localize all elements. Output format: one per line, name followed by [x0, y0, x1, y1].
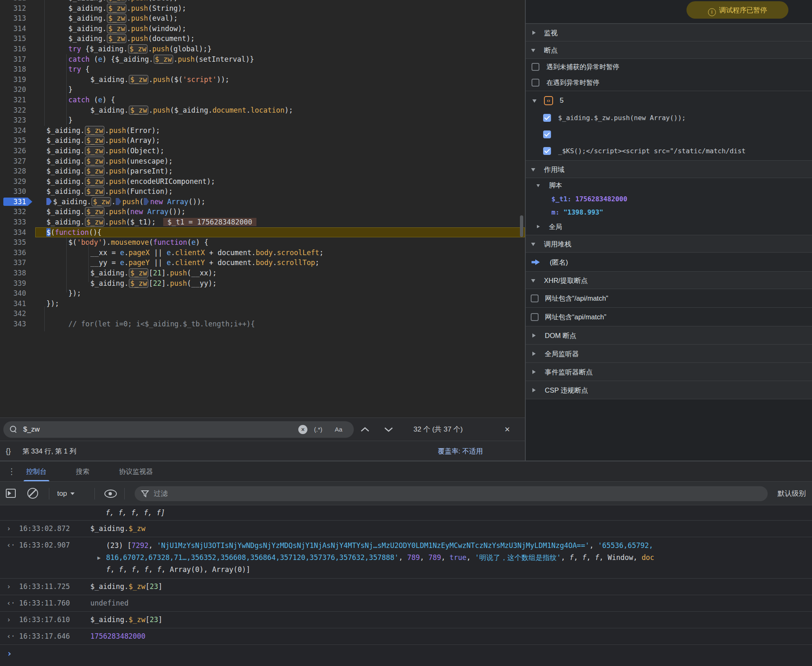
scope-variable[interactable]: m: "1398.993"	[526, 206, 812, 219]
console-result[interactable]: ‹·16:33:02.907(23) [7292, 'NjU1MzYsNjU3O…	[0, 537, 812, 578]
breakpoint-checkbox[interactable]	[543, 147, 551, 155]
find-next-icon[interactable]	[383, 427, 394, 434]
inline-breakpoint-icon[interactable]	[116, 198, 121, 205]
line-number-329[interactable]: 329	[0, 176, 35, 187]
scope-script-group[interactable]: 脚本	[526, 178, 812, 193]
coverage-link[interactable]: 覆盖率: 不适用	[438, 441, 483, 461]
line-number-322[interactable]: 322	[0, 105, 35, 116]
line-number-326[interactable]: 326	[0, 146, 35, 156]
code-content: try {$_aiding.$_zw.push(global);}	[35, 44, 525, 54]
line-number-333[interactable]: 333	[0, 217, 35, 227]
line-number-335[interactable]: 335	[0, 237, 35, 248]
line-number-313[interactable]: 313	[0, 13, 35, 24]
show-sidebar-icon[interactable]	[6, 489, 16, 498]
pretty-print-icon[interactable]: {}	[6, 441, 11, 461]
line-number-337[interactable]: 337	[0, 258, 35, 268]
editor-scrollbar[interactable]	[520, 215, 523, 237]
code-line-323: 323}	[0, 115, 525, 125]
tab-search[interactable]: 搜索	[76, 461, 89, 481]
line-number-327[interactable]: 327	[0, 156, 35, 166]
close-find-icon[interactable]: ×	[505, 418, 510, 441]
line-number-331[interactable]: 331	[0, 197, 35, 207]
breakpoint-file-group[interactable]: ‹› 5	[526, 91, 812, 110]
scope-global-group[interactable]: 全局	[526, 219, 812, 235]
section-事件监听器断点[interactable]: 事件监听器断点	[526, 362, 812, 381]
line-number-311[interactable]: 311	[0, 0, 35, 3]
code-content: }	[35, 84, 525, 95]
xhr-breakpoint-checkbox[interactable]	[531, 313, 539, 321]
more-options-icon[interactable]: ⋮	[7, 461, 16, 481]
section-callstack[interactable]: 调用堆栈	[526, 235, 812, 252]
line-number-314[interactable]: 314	[0, 24, 35, 34]
pause-exceptions-checkbox[interactable]	[532, 79, 539, 87]
line-number-339[interactable]: 339	[0, 278, 35, 289]
inline-breakpoint-icon[interactable]	[46, 198, 52, 205]
chevron-down-icon	[70, 492, 75, 495]
search-query[interactable]: $_zw	[23, 421, 40, 438]
log-level-selector[interactable]: 默认级别	[778, 482, 806, 506]
xhr-breakpoint-entry[interactable]: 网址包含“api/match”	[526, 307, 812, 326]
line-number-318[interactable]: 318	[0, 64, 35, 75]
callstack-frame[interactable]: (匿名)	[526, 252, 812, 271]
section-DOM-断点[interactable]: DOM 断点	[526, 326, 812, 344]
scope-variable[interactable]: $_t1: 1756283482000	[526, 193, 812, 206]
find-previous-icon[interactable]	[360, 427, 370, 434]
line-number-341[interactable]: 341	[0, 299, 35, 309]
context-selector[interactable]: top	[57, 482, 75, 506]
line-number-334[interactable]: 334	[0, 227, 35, 238]
section-scope[interactable]: 作用域	[526, 160, 812, 178]
code-line-314: 314$_aiding.$_zw.push(window);	[0, 24, 525, 34]
search-input[interactable]: $_zw × (.*) Aa	[3, 421, 354, 438]
console-input-echo[interactable]: ›16:33:11.725$_aiding.$_zw[23]	[0, 578, 812, 595]
line-number-343[interactable]: 343	[0, 319, 35, 329]
line-number-336[interactable]: 336	[0, 248, 35, 258]
line-number-315[interactable]: 315	[0, 34, 35, 44]
search-match-highlight: $_zw	[85, 126, 104, 135]
breakpoint-checkbox[interactable]	[543, 130, 551, 138]
code-editor[interactable]: 311$_aiding.$_zw.push(Date);312$_aiding.…	[0, 0, 525, 417]
breakpoint-entry[interactable]: _$KS();</script><script src="/static/mat…	[526, 143, 812, 160]
xhr-breakpoint-entry[interactable]: 网址包含“/api/match”	[526, 289, 812, 307]
line-number-324[interactable]: 324	[0, 125, 35, 136]
section-xhr-breakpoints[interactable]: XHR/提取断点	[526, 271, 812, 289]
line-number-325[interactable]: 325	[0, 135, 35, 146]
breakpoint-entry[interactable]	[526, 126, 812, 143]
tab-protocol-monitor[interactable]: 协议监视器	[119, 461, 153, 481]
chevron-down-icon	[532, 99, 536, 103]
line-number-323[interactable]: 323	[0, 115, 35, 125]
search-match-highlight: $_zw	[85, 217, 104, 227]
console-input-echo[interactable]: ›16:33:17.610$_aiding.$_zw[23]	[0, 611, 812, 628]
console-input-echo[interactable]: ›16:33:02.872$_aiding.$_zw	[0, 520, 812, 537]
line-number-342[interactable]: 342	[0, 309, 35, 319]
line-number-319[interactable]: 319	[0, 75, 35, 85]
pause-uncaught-checkbox[interactable]	[532, 63, 539, 71]
line-number-328[interactable]: 328	[0, 166, 35, 176]
case-toggle[interactable]: Aa	[335, 421, 342, 438]
regex-toggle[interactable]: (.*)	[314, 421, 322, 438]
console-filter-input[interactable]: 过滤	[135, 486, 768, 501]
breakpoint-entry[interactable]: $_aiding.$_zw.push(new Array());	[526, 110, 812, 126]
section-breakpoints[interactable]: 断点	[526, 41, 812, 58]
breakpoint-checkbox[interactable]	[543, 114, 551, 122]
section-CSP-违规断点[interactable]: CSP 违规断点	[526, 381, 812, 399]
live-expression-icon[interactable]	[104, 489, 117, 498]
xhr-breakpoint-checkbox[interactable]	[531, 294, 539, 302]
section-watch[interactable]: 监视	[526, 24, 812, 41]
line-number-330[interactable]: 330	[0, 186, 35, 197]
line-number-312[interactable]: 312	[0, 3, 35, 14]
line-number-338[interactable]: 338	[0, 268, 35, 278]
line-number-316[interactable]: 316	[0, 44, 35, 54]
line-number-321[interactable]: 321	[0, 95, 35, 105]
clear-search-icon[interactable]: ×	[298, 425, 307, 434]
tab-console[interactable]: 控制台	[26, 461, 47, 481]
section-全局监听器[interactable]: 全局监听器	[526, 344, 812, 362]
line-number-332[interactable]: 332	[0, 207, 35, 217]
search-match-highlight: $_zw	[85, 157, 104, 166]
line-number-340[interactable]: 340	[0, 288, 35, 299]
line-number-317[interactable]: 317	[0, 54, 35, 65]
inline-breakpoint-icon[interactable]	[144, 198, 149, 205]
expand-triangle-icon[interactable]: ▶	[97, 552, 101, 564]
clear-console-icon[interactable]	[27, 488, 38, 499]
console-prompt[interactable]: ›	[0, 644, 812, 664]
line-number-320[interactable]: 320	[0, 84, 35, 95]
